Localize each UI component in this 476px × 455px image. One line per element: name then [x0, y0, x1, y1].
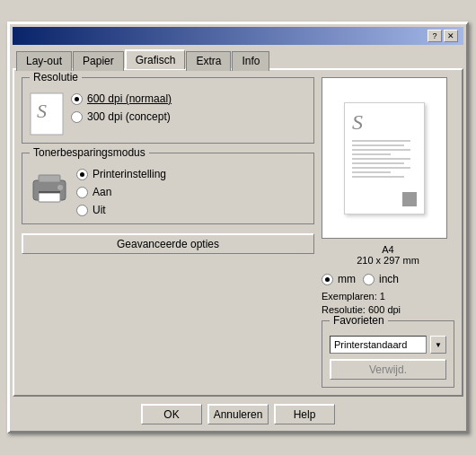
- inch-option[interactable]: inch: [363, 273, 399, 285]
- toner-group-label: Tonerbesparingsmodus: [30, 146, 149, 159]
- svg-text:S: S: [37, 100, 47, 122]
- resolutie-600-radio[interactable]: [71, 93, 83, 105]
- title-controls: ? ✕: [428, 30, 458, 42]
- svg-rect-4: [39, 193, 60, 202]
- content-area: Resolutie S 600 dpi (normaal): [13, 68, 463, 397]
- title-bar: ? ✕: [13, 27, 463, 45]
- preview-line-7: [352, 167, 410, 169]
- inch-label: inch: [379, 273, 399, 285]
- svg-rect-3: [39, 175, 60, 182]
- svg-point-5: [57, 185, 63, 190]
- preview-lines: [352, 140, 417, 178]
- inch-radio[interactable]: [363, 274, 375, 285]
- toner-uit-option[interactable]: Uit: [76, 204, 166, 216]
- cancel-button[interactable]: Annuleren: [207, 404, 269, 424]
- ok-button[interactable]: OK: [141, 404, 202, 424]
- resolutie-content: S 600 dpi (normaal) 300 dpi (concept): [30, 92, 306, 136]
- preview-line-3: [352, 149, 410, 151]
- toner-aan-label: Aan: [93, 186, 111, 198]
- preview-s-letter: S: [352, 110, 417, 135]
- printer-icon: [30, 168, 69, 207]
- mm-option[interactable]: mm: [322, 273, 356, 285]
- preview-line-6: [352, 162, 404, 164]
- preview-line-1: [352, 140, 410, 142]
- favorites-box: Favorieten Printerstandaard ▼ Verwijd.: [322, 320, 454, 388]
- close-title-btn[interactable]: ✕: [444, 30, 458, 42]
- toner-printer-label: Printerinstelling: [93, 168, 166, 180]
- resolutie-group: Resolutie S 600 dpi (normaal): [22, 77, 314, 144]
- page-icon: S: [30, 92, 64, 136]
- preview-line-9: [352, 176, 404, 178]
- favorites-select[interactable]: Printerstandaard: [330, 336, 427, 354]
- preview-page: S: [344, 102, 425, 214]
- preview-line-8: [352, 171, 391, 173]
- resolutie-600-label: 600 dpi (normaal): [87, 92, 172, 105]
- resolutie-300-radio[interactable]: [71, 111, 83, 123]
- tab-papier[interactable]: Papier: [73, 51, 124, 71]
- toner-options: Printerinstelling Aan Uit: [76, 168, 166, 216]
- toner-printer-option[interactable]: Printerinstelling: [76, 168, 166, 180]
- left-panel: Resolutie S 600 dpi (normaal): [22, 77, 314, 388]
- tab-grafisch[interactable]: Grafisch: [125, 49, 186, 69]
- resolutie-label: Resolutie: [30, 71, 82, 83]
- svg-rect-0: [31, 93, 63, 135]
- resolutie-600-option[interactable]: 600 dpi (normaal): [71, 92, 172, 105]
- paper-size: A4: [322, 244, 454, 255]
- dropdown-arrow-icon[interactable]: ▼: [430, 336, 446, 354]
- preview-content: S: [345, 103, 424, 188]
- preview-box: S: [322, 77, 447, 239]
- help-button[interactable]: Help: [274, 404, 335, 424]
- advanced-button[interactable]: Geavanceerde opties: [22, 233, 314, 254]
- resolutie-300-label: 300 dpi (concept): [87, 110, 171, 123]
- svg-rect-6: [39, 191, 60, 193]
- paper-dimensions: 210 x 297 mm: [322, 255, 454, 266]
- favorites-select-row: Printerstandaard ▼: [330, 336, 446, 354]
- measurement-row: mm inch: [322, 273, 454, 285]
- resolutie-300-option[interactable]: 300 dpi (concept): [71, 110, 172, 123]
- resolutie-options: 600 dpi (normaal) 300 dpi (concept): [71, 92, 172, 123]
- toner-printer-radio[interactable]: [76, 169, 88, 180]
- favorites-label: Favorieten: [330, 314, 388, 327]
- mm-label: mm: [338, 273, 356, 285]
- remove-favorite-button[interactable]: Verwijd.: [330, 359, 446, 380]
- toner-aan-radio[interactable]: [76, 187, 88, 198]
- toner-aan-option[interactable]: Aan: [76, 186, 166, 198]
- toner-group: Tonerbesparingsmodus: [22, 153, 314, 224]
- tab-layout[interactable]: Lay-out: [16, 51, 72, 71]
- copies-info: Exemplaren: 1: [322, 291, 454, 302]
- toner-uit-radio[interactable]: [76, 205, 88, 216]
- tab-bar: Lay-out Papier Grafisch Extra Info: [13, 48, 463, 68]
- help-title-btn[interactable]: ?: [428, 30, 442, 42]
- right-panel: S: [322, 77, 454, 388]
- tab-extra[interactable]: Extra: [186, 51, 231, 71]
- preview-line-5: [352, 158, 410, 160]
- preview-line-4: [352, 153, 391, 155]
- mm-radio[interactable]: [322, 274, 333, 285]
- bottom-bar: OK Annuleren Help: [13, 397, 463, 428]
- paper-info: A4 210 x 297 mm: [322, 244, 454, 266]
- tab-info[interactable]: Info: [232, 51, 269, 71]
- preview-square: [402, 192, 417, 206]
- dialog: ? ✕ Lay-out Papier Grafisch Extra Info R…: [7, 22, 469, 433]
- toner-content: Printerinstelling Aan Uit: [30, 168, 306, 216]
- toner-uit-label: Uit: [93, 204, 106, 216]
- preview-line-2: [352, 144, 404, 146]
